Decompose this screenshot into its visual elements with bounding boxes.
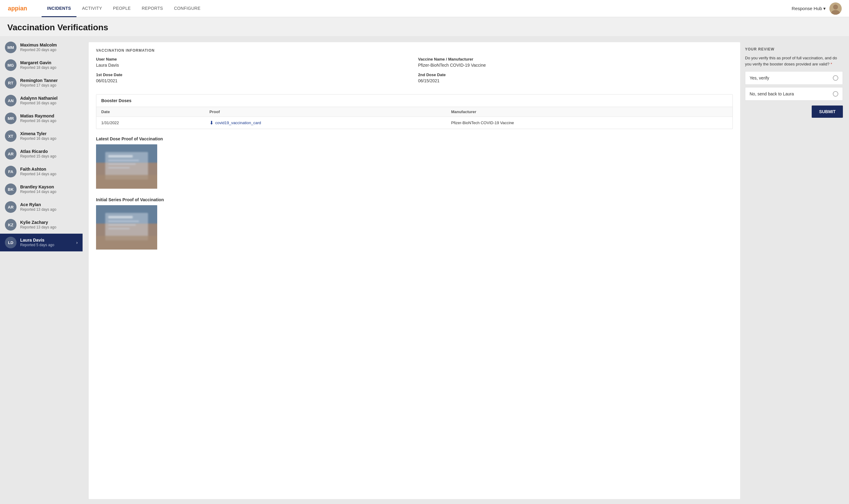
page-title: Vaccination Verifications	[7, 23, 842, 32]
booster-file-cell: ⬇ covid19_vaccination_card	[204, 117, 446, 129]
sidebar-name-6: Atlas Ricardo	[20, 149, 78, 154]
sidebar-item-mg[interactable]: MGMargaret GavinReported 18 days ago	[0, 56, 83, 74]
svg-rect-17	[108, 224, 136, 226]
avatar-badge-xt: XT	[5, 130, 17, 142]
sidebar-sub-11: Reported 5 days ago	[20, 243, 72, 248]
booster-date: 1/31/2022	[96, 117, 204, 129]
sidebar-name-1: Margaret Gavin	[20, 60, 78, 66]
svg-rect-16	[108, 220, 139, 222]
submit-button[interactable]: SUBMIT	[812, 106, 843, 118]
dose1-field: 1st Dose Date 06/01/2021	[96, 72, 411, 83]
sidebar-name-8: Brantley Kayson	[20, 184, 78, 190]
sidebar-info-5: Ximena TylerReported 16 days ago	[20, 131, 78, 141]
sidebar-name-7: Faith Ashton	[20, 166, 78, 172]
sidebar-sub-9: Reported 13 days ago	[20, 208, 78, 212]
main-layout: MMMaximus MalcolmReported 20 days agoMGM…	[0, 36, 849, 504]
booster-file-name: covid19_vaccination_card	[215, 121, 261, 125]
nav-incidents[interactable]: INCIDENTS	[41, 0, 76, 17]
sidebar-name-0: Maximus Malcolm	[20, 42, 78, 48]
review-section: YOUR REVIEW Do you verify this as proof …	[745, 42, 843, 123]
svg-rect-7	[108, 155, 133, 158]
sidebar-info-3: Adalynn NathanielReported 16 days ago	[20, 95, 78, 106]
sidebar-sub-0: Reported 20 days ago	[20, 48, 78, 53]
radio-no-label: No, send back to Laura	[749, 91, 794, 96]
sidebar-item-ar[interactable]: ARAtlas RicardoReported 15 days ago	[0, 145, 83, 163]
sidebar-info-9: Ace RylanReported 13 days ago	[20, 202, 78, 212]
dose2-field: 2nd Dose Date 06/15/2021	[418, 72, 733, 83]
nav-people[interactable]: PEOPLE	[108, 0, 137, 17]
booster-header: Booster Doses	[96, 94, 733, 107]
sidebar-sub-8: Reported 14 days ago	[20, 190, 78, 195]
radio-yes[interactable]: Yes, verify	[745, 71, 843, 85]
radio-no[interactable]: No, send back to Laura	[745, 87, 843, 101]
sidebar-info-1: Margaret GavinReported 18 days ago	[20, 60, 78, 70]
booster-file-link[interactable]: ⬇ covid19_vaccination_card	[210, 120, 441, 126]
sidebar-info-0: Maximus MalcolmReported 20 days ago	[20, 42, 78, 53]
booster-row: 1/31/2022 ⬇ covid19_vaccination_card Pfi…	[96, 117, 733, 129]
sidebar-name-3: Adalynn Nathaniel	[20, 95, 78, 101]
nav-links: INCIDENTS ACTIVITY PEOPLE REPORTS CONFIG…	[41, 0, 792, 17]
logo[interactable]: appian	[7, 4, 32, 13]
sidebar-info-6: Atlas RicardoReported 15 days ago	[20, 149, 78, 159]
dose1-value: 06/01/2021	[96, 78, 411, 83]
booster-section: Booster Doses Date Proof Manufacturer 1/…	[96, 94, 733, 129]
sidebar-info-4: Matias RaymondReported 16 days ago	[20, 113, 78, 124]
svg-rect-6	[105, 152, 148, 180]
avatar-badge-mm: MM	[5, 41, 17, 53]
sidebar-item-fa[interactable]: FAFaith AshtonReported 14 days ago	[0, 163, 83, 180]
sidebar-info-2: Remington TannerReported 17 days ago	[20, 78, 78, 88]
svg-rect-12	[96, 205, 157, 250]
sidebar-sub-6: Reported 15 days ago	[20, 154, 78, 159]
review-title: YOUR REVIEW	[745, 47, 843, 51]
svg-rect-4	[96, 144, 157, 189]
page-title-bar: Vaccination Verifications	[0, 17, 849, 36]
avatar-badge-ar: AR	[5, 148, 17, 160]
col-proof: Proof	[204, 107, 446, 117]
sidebar-item-mm[interactable]: MMMaximus MalcolmReported 20 days ago	[0, 38, 83, 56]
sidebar-item-bk[interactable]: BKBrantley KaysonReported 14 days ago	[0, 180, 83, 198]
nav-reports[interactable]: REPORTS	[136, 0, 168, 17]
avatar-badge-ar2: AR	[5, 201, 17, 213]
sidebar-sub-7: Reported 14 days ago	[20, 172, 78, 177]
vaccination-panel: VACCINATION INFORMATION User Name Laura …	[89, 42, 740, 499]
sidebar-name-11: Laura Davis	[20, 237, 72, 243]
latest-proof-image	[96, 144, 157, 189]
sidebar-item-rt[interactable]: RTRemington TannerReported 17 days ago	[0, 74, 83, 92]
sidebar-name-10: Kylie Zachary	[20, 220, 78, 225]
latest-proof-section: Latest Dose Proof of Vaccination	[89, 134, 740, 195]
sidebar-sub-5: Reported 16 days ago	[20, 137, 78, 141]
svg-text:appian: appian	[8, 5, 27, 12]
user-name-field: User Name Laura Davis	[96, 57, 411, 68]
avatar-badge-rt: RT	[5, 77, 17, 89]
svg-rect-18	[108, 228, 130, 229]
initial-proof-image	[96, 205, 157, 250]
vacc-section-label: VACCINATION INFORMATION	[96, 48, 733, 53]
review-question: Do you verify this as proof of full vacc…	[745, 55, 843, 67]
sidebar-item-mr[interactable]: MRMatias RaymondReported 16 days ago	[0, 109, 83, 127]
svg-rect-8	[108, 160, 139, 161]
nav-activity[interactable]: ACTIVITY	[76, 0, 107, 17]
svg-rect-11	[96, 175, 157, 189]
sidebar-item-ar2[interactable]: ARAce RylanReported 13 days ago	[0, 198, 83, 216]
sidebar: MMMaximus MalcolmReported 20 days agoMGM…	[0, 36, 83, 504]
avatar-badge-fa: FA	[5, 166, 17, 177]
svg-rect-14	[105, 213, 148, 240]
sidebar-name-5: Ximena Tyler	[20, 131, 78, 137]
sidebar-item-kz[interactable]: KZKylie ZacharyReported 13 days ago	[0, 216, 83, 234]
nav-configure[interactable]: CONFIGURE	[168, 0, 206, 17]
avatar-badge-an: AN	[5, 95, 17, 106]
review-panel: YOUR REVIEW Do you verify this as proof …	[745, 42, 843, 499]
sidebar-info-10: Kylie ZacharyReported 13 days ago	[20, 220, 78, 230]
sidebar-item-ld[interactable]: LDLaura DavisReported 5 days ago›	[0, 234, 83, 251]
nav-right: Response Hub ▾	[792, 2, 842, 15]
chevron-right-icon: ›	[76, 240, 78, 245]
radio-no-circle	[833, 91, 838, 97]
radio-yes-circle	[833, 75, 838, 81]
navigation: appian INCIDENTS ACTIVITY PEOPLE REPORTS…	[0, 0, 849, 17]
dose1-label: 1st Dose Date	[96, 72, 411, 77]
response-hub-menu[interactable]: Response Hub ▾	[792, 6, 826, 11]
user-avatar[interactable]	[829, 2, 842, 15]
vaccine-name-value: Pfizer-BioNTech COVID-19 Vaccine	[418, 63, 733, 68]
sidebar-item-an[interactable]: ANAdalynn NathanielReported 16 days ago	[0, 92, 83, 109]
sidebar-item-xt[interactable]: XTXimena TylerReported 16 days ago	[0, 127, 83, 145]
